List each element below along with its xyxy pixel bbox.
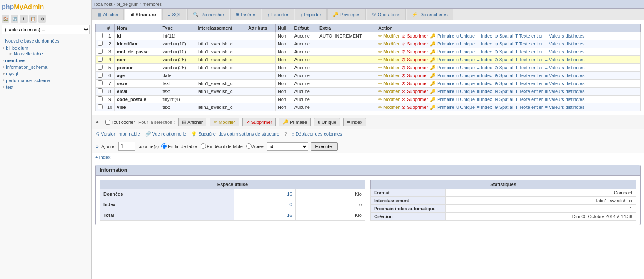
unique-link-2[interactable]: u Unique xyxy=(456,41,475,46)
supprimer-btn[interactable]: ⊘ Supprimer xyxy=(242,118,276,126)
distinct-link-9[interactable]: ≡ Valeurs distinctes xyxy=(545,97,585,102)
index-link-2[interactable]: ≡ Index xyxy=(477,41,492,46)
fulltext-link-9[interactable]: T Texte entier xyxy=(515,97,543,102)
delete-link-9[interactable]: ⊘ Supprimer xyxy=(402,97,428,102)
modify-link-4[interactable]: ✏ Modifier xyxy=(378,57,400,62)
row-checkbox-2[interactable] xyxy=(98,41,103,46)
print-link[interactable]: 🖨 Version imprimable xyxy=(95,131,140,137)
spatial-link-8[interactable]: ⊕ Spatial xyxy=(494,89,513,94)
sidebar-item-mysql[interactable]: + mysql xyxy=(2,71,90,77)
relational-link[interactable]: 🔗 Vue relationnelle xyxy=(145,131,186,137)
modify-link-8[interactable]: ✏ Modifier xyxy=(378,89,400,94)
index-link-8[interactable]: ≡ Index xyxy=(477,89,492,94)
tab-afficher[interactable]: ▤ Afficher xyxy=(92,9,124,20)
after-option[interactable]: Après xyxy=(246,143,264,149)
distinct-link-2[interactable]: ≡ Valeurs distinctes xyxy=(545,41,585,46)
delete-link-6[interactable]: ⊘ Supprimer xyxy=(402,73,428,78)
row-checkbox-1[interactable] xyxy=(98,33,103,38)
tab-operations[interactable]: ⚙ Opérations xyxy=(367,9,406,20)
modify-link-7[interactable]: ✏ Modifier xyxy=(378,81,400,86)
afficher-btn[interactable]: ▤ Afficher xyxy=(178,118,206,126)
modify-link-2[interactable]: ✏ Modifier xyxy=(378,41,400,46)
distinct-link-1[interactable]: ≡ Valeurs distinctes xyxy=(545,33,585,38)
modify-link-9[interactable]: ✏ Modifier xyxy=(378,97,400,102)
row-check-9[interactable] xyxy=(96,96,105,103)
fulltext-link-8[interactable]: T Texte entier xyxy=(515,89,543,94)
row-checkbox-7[interactable] xyxy=(98,80,103,85)
unique-link-8[interactable]: u Unique xyxy=(456,89,475,94)
row-checkbox-8[interactable] xyxy=(98,88,103,93)
fulltext-link-10[interactable]: T Texte entier xyxy=(515,105,543,110)
new-db-link[interactable]: Nouvelle base de données xyxy=(5,38,90,44)
row-checkbox-4[interactable] xyxy=(98,57,103,62)
row-checkbox-6[interactable] xyxy=(98,73,103,78)
modify-link-10[interactable]: ✏ Modifier xyxy=(378,105,400,110)
row-check-7[interactable] xyxy=(96,80,105,88)
info-icon[interactable]: ℹ xyxy=(20,15,28,23)
recent-tables-select[interactable]: (Tables récentes) ... xyxy=(2,25,90,34)
unique-link-4[interactable]: u Unique xyxy=(456,57,475,62)
start-radio[interactable] xyxy=(201,143,206,149)
spatial-link-1[interactable]: ⊕ Spatial xyxy=(494,33,513,38)
spatial-link-6[interactable]: ⊕ Spatial xyxy=(494,73,513,78)
modify-link-5[interactable]: ✏ Modifier xyxy=(378,65,400,70)
tab-structure[interactable]: ⊞ Structure xyxy=(125,9,161,20)
delete-link-10[interactable]: ⊘ Supprimer xyxy=(402,105,428,110)
row-check-3[interactable] xyxy=(96,48,105,56)
move-link[interactable]: ↕ Déplacer des colonnes xyxy=(292,131,342,137)
primary-link-7[interactable]: 🔑 Primaire xyxy=(430,81,454,86)
unique-link-5[interactable]: u Unique xyxy=(456,65,475,70)
end-radio[interactable] xyxy=(161,143,167,149)
primary-link-5[interactable]: 🔑 Primaire xyxy=(430,65,454,70)
fulltext-link-1[interactable]: T Texte entier xyxy=(515,33,543,38)
tab-sql[interactable]: ≡ SQL xyxy=(162,9,186,20)
row-checkbox-9[interactable] xyxy=(98,96,103,101)
end-of-table-option[interactable]: En fin de table xyxy=(161,143,197,149)
new-table-item[interactable]: ⊞ Nouvelle table xyxy=(8,51,90,57)
primary-link-4[interactable]: 🔑 Primaire xyxy=(430,57,454,62)
primary-link-1[interactable]: 🔑 Primaire xyxy=(430,33,454,38)
home-icon[interactable]: 🏠 xyxy=(2,15,9,23)
after-radio[interactable] xyxy=(246,143,252,149)
unique-link-10[interactable]: u Unique xyxy=(456,105,475,110)
primaire-btn[interactable]: 🔑 Primaire xyxy=(279,118,311,126)
spatial-link-3[interactable]: ⊕ Spatial xyxy=(494,49,513,54)
distinct-link-3[interactable]: ≡ Valeurs distinctes xyxy=(545,49,585,54)
row-check-5[interactable] xyxy=(96,64,105,72)
tab-exporter[interactable]: ↑ Exporter xyxy=(262,9,294,20)
index-btn[interactable]: ≡ Index xyxy=(343,118,366,126)
delete-link-8[interactable]: ⊘ Supprimer xyxy=(402,89,428,94)
primary-link-9[interactable]: 🔑 Primaire xyxy=(430,97,454,102)
distinct-link-4[interactable]: ≡ Valeurs distinctes xyxy=(545,57,585,62)
row-checkbox-3[interactable] xyxy=(98,49,103,54)
fulltext-link-6[interactable]: T Texte entier xyxy=(515,73,543,78)
index-link-6[interactable]: ≡ Index xyxy=(477,73,492,78)
index-link-10[interactable]: ≡ Index xyxy=(477,105,492,110)
unique-link-7[interactable]: u Unique xyxy=(456,81,475,86)
spatial-link-4[interactable]: ⊕ Spatial xyxy=(494,57,513,62)
modify-link-3[interactable]: ✏ Modifier xyxy=(378,49,400,54)
help-icon[interactable]: ? xyxy=(284,131,287,137)
index-link-1[interactable]: ≡ Index xyxy=(477,33,492,38)
index-link-7[interactable]: ≡ Index xyxy=(477,81,492,86)
after-column-select[interactable]: id identifiant mot_de_passe nom prenom a… xyxy=(267,142,308,151)
unique-link-6[interactable]: u Unique xyxy=(456,73,475,78)
spatial-link-7[interactable]: ⊕ Spatial xyxy=(494,81,513,86)
unique-btn[interactable]: u Unique xyxy=(314,118,340,126)
distinct-link-5[interactable]: ≡ Valeurs distinctes xyxy=(545,65,585,70)
distinct-link-10[interactable]: ≡ Valeurs distinctes xyxy=(545,105,585,110)
primary-link-10[interactable]: 🔑 Primaire xyxy=(430,105,454,110)
unique-link-1[interactable]: u Unique xyxy=(456,33,475,38)
sidebar-item-performance-schema[interactable]: + performance_schema xyxy=(2,78,90,83)
execute-button[interactable]: Exécuter xyxy=(311,142,338,151)
row-check-10[interactable] xyxy=(96,103,105,111)
distinct-link-8[interactable]: ≡ Valeurs distinctes xyxy=(545,89,585,94)
fulltext-link-7[interactable]: T Texte entier xyxy=(515,81,543,86)
tab-importer[interactable]: ↓ Importer xyxy=(295,9,327,20)
start-of-table-option[interactable]: En début de table xyxy=(201,143,243,149)
settings-icon[interactable]: ⚙ xyxy=(38,15,46,23)
row-checkbox-5[interactable] xyxy=(98,65,103,70)
primary-link-2[interactable]: 🔑 Primaire xyxy=(430,41,454,46)
sidebar-item-information-schema[interactable]: + information_schema xyxy=(2,64,90,70)
fulltext-link-2[interactable]: T Texte entier xyxy=(515,41,543,46)
